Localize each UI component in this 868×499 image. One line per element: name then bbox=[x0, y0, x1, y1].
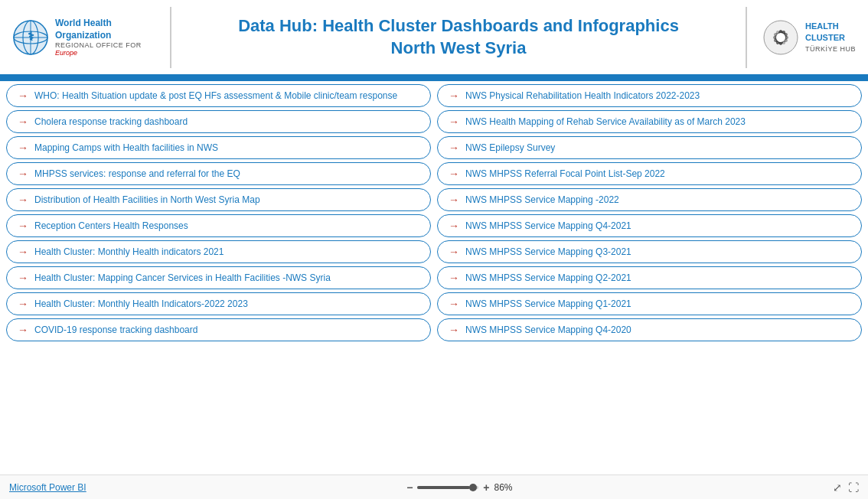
nav-item-left-0[interactable]: → WHO: Health Situation update & post EQ… bbox=[6, 84, 431, 107]
nav-label: COVID-19 response tracking dashboard bbox=[34, 325, 197, 335]
arrow-icon: → bbox=[18, 168, 28, 180]
header-right-divider bbox=[746, 7, 747, 68]
nav-item-right-6[interactable]: → NWS MHPSS Service Mapping Q3-2021 bbox=[437, 240, 862, 263]
svg-text:⚕: ⚕ bbox=[28, 30, 34, 43]
footer: Microsoft Power BI − + 86% ⤢ ⛶ bbox=[0, 475, 868, 499]
who-text-block: World HealthOrganization REGIONAL OFFICE… bbox=[55, 18, 142, 57]
arrow-icon: → bbox=[18, 246, 28, 258]
zoom-handle bbox=[469, 484, 477, 491]
powerbi-link[interactable]: Microsoft Power BI bbox=[9, 482, 86, 493]
nav-label: NWS MHPSS Service Mapping Q4-2021 bbox=[465, 220, 631, 231]
nav-item-right-4[interactable]: → NWS MHPSS Service Mapping -2022 bbox=[437, 188, 862, 211]
content-area: → WHO: Health Situation update & post EQ… bbox=[0, 81, 868, 475]
arrow-icon: → bbox=[449, 116, 459, 128]
arrow-icon: → bbox=[18, 298, 28, 310]
nav-item-right-2[interactable]: → NWS Epilepsy Survey bbox=[437, 136, 862, 159]
nav-label: NWS MHPSS Service Mapping Q4-2020 bbox=[465, 325, 631, 335]
arrow-icon: → bbox=[449, 298, 459, 310]
arrow-icon: → bbox=[18, 116, 28, 128]
nav-item-right-3[interactable]: → NWS MHPSS Referral Focal Point List-Se… bbox=[437, 162, 862, 185]
nav-item-left-7[interactable]: → Health Cluster: Mapping Cancer Service… bbox=[6, 266, 431, 289]
nav-item-left-1[interactable]: → Cholera response tracking dashboard bbox=[6, 110, 431, 133]
nav-label: MHPSS services: response and referral fo… bbox=[34, 168, 240, 179]
share-icon[interactable]: ⤢ bbox=[833, 481, 842, 494]
nav-item-left-4[interactable]: → Distribution of Health Facilities in N… bbox=[6, 188, 431, 211]
fullscreen-icon[interactable]: ⛶ bbox=[848, 481, 859, 494]
title-line2: North West Syria bbox=[391, 38, 527, 57]
nav-item-right-1[interactable]: → NWS Health Mapping of Rehab Service Av… bbox=[437, 110, 862, 133]
arrow-icon: → bbox=[449, 168, 459, 180]
nav-label: NWS MHPSS Service Mapping Q3-2021 bbox=[465, 246, 631, 257]
footer-action-icons: ⤢ ⛶ bbox=[833, 481, 859, 494]
nav-label: Mapping Camps with Health facilities in … bbox=[34, 142, 218, 153]
nav-item-left-6[interactable]: → Health Cluster: Monthly Health indicat… bbox=[6, 240, 431, 263]
who-subtitle: REGIONAL OFFICE FOR bbox=[55, 41, 142, 49]
nav-items-grid: → WHO: Health Situation update & post EQ… bbox=[6, 84, 862, 341]
nav-item-left-9[interactable]: → COVID-19 response tracking dashboard bbox=[6, 318, 431, 341]
arrow-icon: → bbox=[18, 324, 28, 336]
who-region: Europe bbox=[55, 49, 142, 57]
cluster-text-block: HEALTH CLUSTER TÜRKİYE HUB bbox=[805, 21, 856, 54]
svg-point-14 bbox=[776, 33, 785, 42]
nav-item-left-5[interactable]: → Reception Centers Health Responses bbox=[6, 214, 431, 237]
who-logo-section: ⚕ World HealthOrganization REGIONAL OFFI… bbox=[12, 18, 158, 57]
nav-label: NWS MHPSS Service Mapping Q1-2021 bbox=[465, 298, 631, 309]
nav-item-right-8[interactable]: → NWS MHPSS Service Mapping Q1-2021 bbox=[437, 292, 862, 315]
zoom-plus-button[interactable]: + bbox=[483, 481, 489, 494]
nav-item-left-3[interactable]: → MHPSS services: response and referral … bbox=[6, 162, 431, 185]
arrow-icon: → bbox=[18, 142, 28, 154]
cluster-cluster-label: CLUSTER bbox=[805, 32, 856, 44]
arrow-icon: → bbox=[449, 142, 459, 154]
zoom-slider[interactable] bbox=[417, 486, 478, 489]
zoom-fill bbox=[417, 486, 470, 489]
header: ⚕ World HealthOrganization REGIONAL OFFI… bbox=[0, 0, 868, 77]
arrow-icon: → bbox=[18, 194, 28, 206]
title-line1: Data Hub: Health Cluster Dashboards and … bbox=[238, 16, 679, 35]
header-left-divider bbox=[170, 7, 171, 68]
nav-label: Health Cluster: Mapping Cancer Services … bbox=[34, 272, 331, 283]
nav-label: NWS Physical Rehabilitation Health Indic… bbox=[465, 90, 700, 101]
nav-label: NWS MHPSS Service Mapping Q2-2021 bbox=[465, 272, 631, 283]
main-title: Data Hub: Health Cluster Dashboards and … bbox=[184, 15, 733, 59]
header-title-section: Data Hub: Health Cluster Dashboards and … bbox=[184, 15, 733, 59]
nav-item-right-5[interactable]: → NWS MHPSS Service Mapping Q4-2021 bbox=[437, 214, 862, 237]
nav-label: NWS Health Mapping of Rehab Service Avai… bbox=[465, 116, 746, 127]
who-title: World HealthOrganization bbox=[55, 18, 142, 41]
zoom-minus-button[interactable]: − bbox=[406, 481, 413, 494]
nav-item-right-7[interactable]: → NWS MHPSS Service Mapping Q2-2021 bbox=[437, 266, 862, 289]
nav-label: NWS MHPSS Referral Focal Point List-Sep … bbox=[465, 168, 665, 179]
arrow-icon: → bbox=[18, 220, 28, 232]
nav-label: NWS Epilepsy Survey bbox=[465, 142, 555, 153]
nav-label: Distribution of Health Facilities in Nor… bbox=[34, 194, 260, 205]
who-globe-icon: ⚕ bbox=[12, 19, 49, 56]
nav-label: NWS MHPSS Service Mapping -2022 bbox=[465, 194, 619, 205]
zoom-controls: − + 86% bbox=[406, 481, 512, 494]
arrow-icon: → bbox=[449, 246, 459, 258]
zoom-level-label: 86% bbox=[494, 482, 513, 493]
nav-item-left-2[interactable]: → Mapping Camps with Health facilities i… bbox=[6, 136, 431, 159]
arrow-icon: → bbox=[449, 90, 459, 102]
arrow-icon: → bbox=[449, 272, 459, 284]
arrow-icon: → bbox=[449, 194, 459, 206]
nav-label: Cholera response tracking dashboard bbox=[34, 116, 188, 127]
nav-item-right-9[interactable]: → NWS MHPSS Service Mapping Q4-2020 bbox=[437, 318, 862, 341]
health-cluster-icon bbox=[762, 19, 799, 56]
cluster-sub-label: TÜRKİYE HUB bbox=[805, 44, 856, 54]
cluster-health-label: HEALTH bbox=[805, 21, 856, 32]
cluster-logo-section: HEALTH CLUSTER TÜRKİYE HUB bbox=[733, 7, 856, 68]
nav-item-right-0[interactable]: → NWS Physical Rehabilitation Health Ind… bbox=[437, 84, 862, 107]
arrow-icon: → bbox=[18, 90, 28, 102]
arrow-icon: → bbox=[449, 220, 459, 232]
nav-label: Health Cluster: Monthly Health indicator… bbox=[34, 246, 224, 257]
nav-item-left-8[interactable]: → Health Cluster: Monthly Health Indicat… bbox=[6, 292, 431, 315]
arrow-icon: → bbox=[449, 324, 459, 336]
arrow-icon: → bbox=[18, 272, 28, 284]
nav-label: WHO: Health Situation update & post EQ H… bbox=[34, 90, 397, 101]
nav-label: Reception Centers Health Responses bbox=[34, 220, 188, 231]
nav-label: Health Cluster: Monthly Health Indicator… bbox=[34, 298, 248, 309]
